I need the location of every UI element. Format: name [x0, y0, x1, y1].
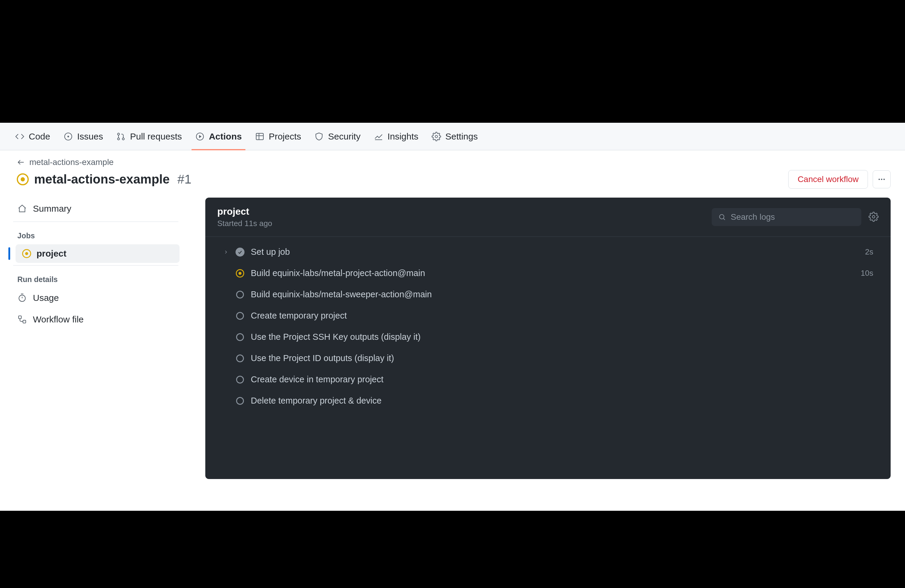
tab-pull-requests[interactable]: Pull requests	[111, 123, 187, 150]
tab-issues-label: Issues	[77, 132, 103, 141]
svg-point-1	[67, 136, 69, 137]
log-panel-header: project Started 11s ago	[205, 198, 891, 237]
table-icon	[255, 132, 265, 141]
chevron-right-icon	[223, 250, 229, 255]
sidebar-item-label: Usage	[33, 293, 59, 303]
status-success-icon	[235, 247, 245, 257]
step-label: Use the Project SSH Key outputs (display…	[251, 332, 867, 342]
play-circle-icon	[195, 132, 205, 141]
gear-icon	[432, 132, 441, 141]
step-label: Create device in temporary project	[251, 375, 867, 385]
sidebar: Summary Jobs project Run details Usage W…	[5, 198, 184, 479]
sidebar-item-label: Workflow file	[33, 315, 84, 324]
search-logs-field[interactable]	[712, 208, 861, 226]
search-icon	[718, 213, 726, 221]
cancel-workflow-button[interactable]: Cancel workflow	[788, 170, 868, 189]
sidebar-heading-jobs: Jobs	[7, 224, 184, 243]
repo-tabs: Code Issues Pull requests Actions Projec…	[0, 123, 905, 150]
step-row[interactable]: Use the Project SSH Key outputs (display…	[220, 328, 879, 346]
tab-actions[interactable]: Actions	[190, 123, 247, 150]
status-pending-icon	[235, 375, 245, 385]
sidebar-job-item[interactable]: project	[16, 244, 179, 263]
step-label: Create temporary project	[251, 311, 867, 321]
step-label: Build equinix-labs/metal-sweeper-action@…	[251, 289, 867, 299]
status-running-icon	[235, 269, 245, 278]
tab-insights-label: Insights	[387, 132, 418, 141]
status-pending-icon	[235, 354, 245, 363]
steps-list: Set up job2sBuild equinix-labs/metal-pro…	[205, 237, 891, 422]
sidebar-item-label: Summary	[33, 203, 71, 214]
step-label: Delete temporary project & device	[251, 396, 867, 406]
run-number: #1	[178, 172, 192, 186]
pull-request-icon	[116, 132, 126, 141]
tab-insights[interactable]: Insights	[368, 123, 424, 150]
step-row[interactable]: Use the Project ID outputs (display it)	[220, 349, 879, 367]
status-pending-icon	[235, 332, 245, 342]
step-row[interactable]: Build equinix-labs/metal-sweeper-action@…	[220, 285, 879, 304]
workflow-icon	[17, 315, 27, 324]
step-label: Use the Project ID outputs (display it)	[251, 353, 867, 363]
log-settings-button[interactable]	[868, 212, 879, 223]
svg-point-4	[122, 138, 124, 140]
search-logs-input[interactable]	[730, 212, 855, 222]
tab-projects[interactable]: Projects	[249, 123, 306, 150]
more-actions-button[interactable]	[873, 170, 891, 188]
page-header: metal-actions-example metal-actions-exam…	[0, 150, 905, 195]
home-icon	[17, 204, 27, 213]
sidebar-item-summary[interactable]: Summary	[10, 198, 181, 219]
tab-settings[interactable]: Settings	[426, 123, 483, 150]
tab-security-label: Security	[328, 132, 360, 141]
divider	[13, 265, 178, 265]
status-running-icon	[22, 249, 31, 258]
step-row[interactable]: Delete temporary project & device	[220, 392, 879, 410]
svg-rect-20	[23, 320, 26, 323]
code-icon	[15, 132, 25, 141]
step-row[interactable]: Create device in temporary project	[220, 370, 879, 389]
breadcrumb-label: metal-actions-example	[29, 157, 114, 167]
svg-rect-19	[19, 316, 21, 319]
svg-point-2	[117, 133, 120, 135]
step-label: Set up job	[251, 247, 859, 257]
tab-projects-label: Projects	[269, 132, 301, 141]
svg-point-16	[19, 295, 25, 302]
tab-code-label: Code	[29, 132, 50, 141]
job-started-time: Started 11s ago	[217, 219, 272, 228]
shield-icon	[314, 132, 324, 141]
sidebar-item-workflow-file[interactable]: Workflow file	[10, 309, 181, 330]
breadcrumb[interactable]: metal-actions-example	[17, 157, 891, 167]
svg-point-13	[879, 179, 880, 180]
tab-code[interactable]: Code	[10, 123, 56, 150]
workflow-title: metal-actions-example	[34, 172, 170, 186]
sidebar-heading-run-details: Run details	[7, 268, 184, 287]
svg-point-23	[872, 215, 875, 218]
gear-icon	[868, 212, 879, 222]
svg-marker-6	[199, 135, 202, 138]
svg-point-14	[881, 179, 883, 180]
step-label: Build equinix-labs/metal-project-action@…	[251, 268, 855, 278]
step-row[interactable]: Set up job2s	[220, 243, 879, 261]
tab-actions-label: Actions	[209, 132, 242, 141]
svg-rect-7	[256, 133, 264, 140]
svg-point-21	[719, 215, 724, 219]
sidebar-item-usage[interactable]: Usage	[10, 288, 181, 308]
svg-line-22	[723, 218, 725, 220]
sidebar-job-label: project	[37, 248, 67, 259]
step-row[interactable]: Create temporary project	[220, 307, 879, 325]
kebab-icon	[878, 175, 886, 184]
status-pending-icon	[235, 396, 245, 406]
job-title: project	[217, 206, 272, 217]
status-pending-icon	[235, 311, 245, 321]
log-panel: project Started 11s ago	[205, 198, 891, 479]
step-row[interactable]: Build equinix-labs/metal-project-action@…	[220, 264, 879, 282]
step-duration: 2s	[865, 247, 876, 257]
status-pending-icon	[235, 290, 245, 299]
tab-pull-requests-label: Pull requests	[130, 132, 182, 141]
issue-icon	[64, 132, 73, 141]
tab-security[interactable]: Security	[309, 123, 366, 150]
arrow-left-icon	[17, 158, 25, 167]
stopwatch-icon	[17, 293, 27, 303]
svg-point-3	[117, 138, 120, 140]
tab-issues[interactable]: Issues	[58, 123, 109, 150]
svg-point-11	[435, 135, 438, 138]
tab-settings-label: Settings	[445, 132, 478, 141]
